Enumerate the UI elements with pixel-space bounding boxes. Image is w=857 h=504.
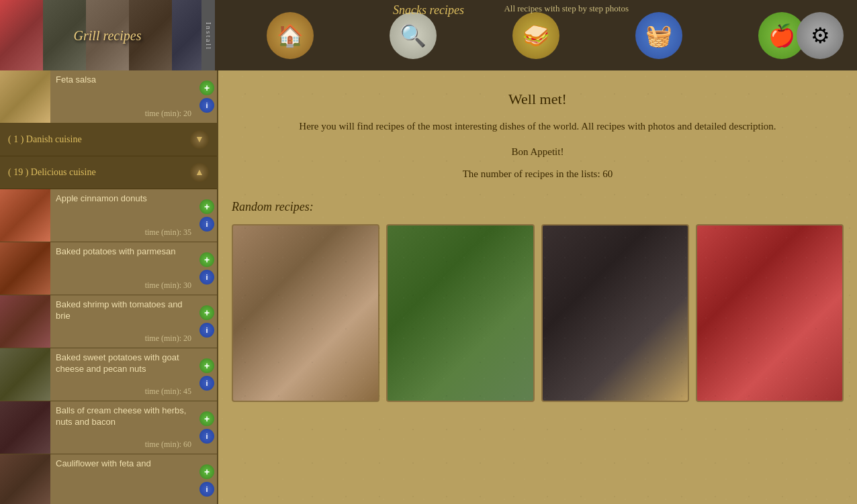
info-sweet-potatoes-button[interactable]: i [199,376,214,391]
recipe-time-feta-salsa: time (min): 20 [56,109,191,119]
random-section: Random recipes: [218,193,857,415]
recipe-info-apple-cinnamon: Apple cinnamon donuts time (min): 35 [50,189,197,242]
banner-img-1 [0,0,43,70]
add-cauliflower-button[interactable]: + [199,464,214,479]
add-baked-potatoes-button[interactable]: + [199,252,214,267]
recipe-item-sweet-potatoes[interactable]: Baked sweet potatoes with goat cheese an… [0,348,217,401]
side-tab: I n s t a l l [201,0,215,70]
recipe-info-baked-shrimp: Baked shrimp with tomatoes and brie time… [50,295,197,348]
recipe-time-apple-cinnamon: time (min): 35 [56,228,191,238]
recipe-count: The number of recipes in the lists: 60 [245,168,830,180]
info-baked-shrimp-button[interactable]: i [199,323,214,338]
recipe-actions-sweet-potatoes: + i [197,348,217,401]
recipe-thumb-baked-shrimp [0,295,50,348]
home-icon[interactable]: 🏠 [267,12,314,59]
info-baked-potatoes-button[interactable]: i [199,270,214,285]
recipe-thumb-apple-cinnamon [0,189,50,242]
recipe-item-baked-shrimp[interactable]: Baked shrimp with tomatoes and brie time… [0,295,217,348]
recipe-actions-feta-salsa: + i [197,70,217,123]
recipe-info-feta-salsa: Feta salsa time (min): 20 [50,70,197,123]
recipe-thumb-cauliflower [0,454,50,504]
danish-arrow-icon[interactable]: ▼ [190,130,209,149]
category-delicious[interactable]: ( 19 ) Delicious cuisine ▲ [0,156,217,189]
settings-nav[interactable]: ⚙ [797,12,844,59]
banner-img-2 [43,0,86,70]
recipe-info-sweet-potatoes: Baked sweet potatoes with goat cheese an… [50,348,197,401]
welcome-section: Well met! Here you will find recipes of … [218,70,857,193]
add-apple-cinnamon-button[interactable]: + [199,199,214,214]
category-danish-label: ( 1 ) Danish cuisine [8,134,82,145]
recipe-thumb-baked-potatoes [0,242,50,295]
recipe-name-baked-potatoes: Baked potatoes with parmesan [56,246,191,258]
recipe-time-cream-cheese-balls: time (min): 60 [56,440,191,450]
nav-icons: 🏠 🔍 🥪 🧺 🍎 [215,12,857,59]
sidebar: Feta salsa time (min): 20 + i ( 1 ) Dani… [0,70,218,504]
recipe-actions-cream-cheese-balls: + i [197,401,217,454]
recipe-item-baked-potatoes[interactable]: Baked potatoes with parmesan time (min):… [0,242,217,295]
banner-img-4 [129,0,172,70]
random-images-grid [232,224,844,402]
recipe-time-baked-shrimp: time (min): 20 [56,334,191,344]
category-delicious-label: ( 19 ) Delicious cuisine [8,167,96,178]
add-sweet-potatoes-button[interactable]: + [199,358,214,373]
nav-home[interactable]: 🏠 [267,12,314,59]
nav-basket[interactable]: 🧺 [635,12,682,59]
recipe-name-baked-shrimp: Baked shrimp with tomatoes and brie [56,299,191,322]
category-danish[interactable]: ( 1 ) Danish cuisine ▼ [0,123,217,156]
recipe-thumb-sweet-potatoes [0,348,50,401]
settings-icon[interactable]: ⚙ [797,12,844,59]
all-recipes-label: All recipes with step by step photos [504,3,629,14]
recipe-time-sweet-potatoes: time (min): 45 [56,387,191,397]
recipe-name-cauliflower: Cauliflower with feta and [56,458,191,470]
banner-img-3 [86,0,129,70]
nav-snacks[interactable]: 🥪 [512,12,559,59]
welcome-description: Here you will find recipes of the most i… [245,118,830,136]
add-cream-cheese-balls-button[interactable]: + [199,411,214,426]
bon-appetit: Bon Appetit! [245,144,830,161]
recipe-info-baked-potatoes: Baked potatoes with parmesan time (min):… [50,242,197,295]
random-image-3[interactable] [541,224,689,402]
info-apple-cinnamon-button[interactable]: i [199,217,214,232]
recipe-actions-baked-shrimp: + i [197,295,217,348]
recipe-name-feta-salsa: Feta salsa [56,74,191,86]
recipe-actions-apple-cinnamon: + i [197,189,217,242]
info-cream-cheese-balls-button[interactable]: i [199,429,214,444]
random-image-2[interactable] [386,224,534,402]
snacks-recipes-label: Snacks recipes [393,3,464,17]
nav-search[interactable]: 🔍 [390,12,437,59]
recipe-thumb-cream-cheese-balls [0,401,50,454]
recipe-actions-baked-potatoes: + i [197,242,217,295]
recipe-item-feta-salsa[interactable]: Feta salsa time (min): 20 + i [0,70,217,123]
random-image-4[interactable] [696,224,844,402]
recipe-actions-cauliflower: + i [197,454,217,504]
add-baked-shrimp-button[interactable]: + [199,305,214,320]
recipe-time-baked-potatoes: time (min): 30 [56,281,191,291]
info-feta-salsa-button[interactable]: i [199,98,214,113]
main-layout: Feta salsa time (min): 20 + i ( 1 ) Dani… [0,70,857,504]
snacks-icon[interactable]: 🥪 [512,12,559,59]
recipe-banner[interactable]: Grill recipes I n s t a l l [0,0,215,70]
add-feta-salsa-button[interactable]: + [199,81,214,95]
content-area: Well met! Here you will find recipes of … [218,70,857,504]
welcome-title: Well met! [245,91,830,108]
search-icon[interactable]: 🔍 [390,12,437,59]
recipe-item-cream-cheese-balls[interactable]: Balls of cream cheese with herbs, nuts a… [0,401,217,454]
basket-icon[interactable]: 🧺 [635,12,682,59]
banner-images [0,0,215,70]
delicious-arrow-icon[interactable]: ▲ [190,163,209,182]
random-image-1[interactable] [232,224,379,402]
recipe-info-cream-cheese-balls: Balls of cream cheese with herbs, nuts a… [50,401,197,454]
random-recipes-title: Random recipes: [232,200,844,214]
recipe-thumb-feta-salsa [0,70,50,123]
recipe-name-apple-cinnamon: Apple cinnamon donuts [56,193,191,205]
recipe-item-apple-cinnamon[interactable]: Apple cinnamon donuts time (min): 35 + i [0,189,217,242]
recipe-info-cauliflower: Cauliflower with feta and [50,454,197,504]
top-bar: Grill recipes I n s t a l l 🏠 🔍 🥪 🧺 [0,0,857,70]
recipe-name-cream-cheese-balls: Balls of cream cheese with herbs, nuts a… [56,405,191,428]
info-cauliflower-button[interactable]: i [199,482,214,497]
recipe-item-cauliflower[interactable]: Cauliflower with feta and + i [0,454,217,504]
recipe-name-sweet-potatoes: Baked sweet potatoes with goat cheese an… [56,352,191,375]
